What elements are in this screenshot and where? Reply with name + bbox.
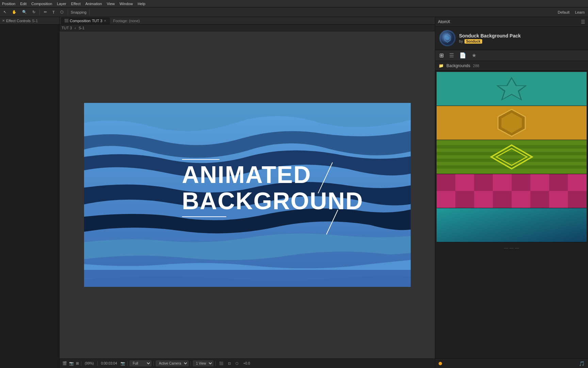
atomx-audio-icon[interactable]: 🎵 xyxy=(579,361,585,366)
plugin-author-prefix: by xyxy=(459,39,463,43)
backgrounds-grid xyxy=(435,71,588,244)
menu-position[interactable]: Position xyxy=(2,2,15,6)
comp-text-line2: BACKGROUND xyxy=(182,188,363,214)
bg-thumb-5[interactable] xyxy=(437,208,587,242)
tool-rotate[interactable]: ↻ xyxy=(31,9,37,15)
comp-text-overlay: ANIMATED BACKGROUND xyxy=(84,159,411,217)
menu-composition[interactable]: Composition xyxy=(31,2,52,6)
tool-hand[interactable]: ✋ xyxy=(11,9,18,15)
atomx-tool-grid[interactable]: ⊞ xyxy=(439,52,444,59)
svg-rect-22 xyxy=(549,174,568,191)
svg-rect-24 xyxy=(493,191,511,208)
svg-rect-25 xyxy=(530,191,549,208)
menu-animation[interactable]: Animation xyxy=(85,2,102,6)
tool-arrow[interactable]: ↖ xyxy=(2,9,8,15)
bg-thumb-4[interactable] xyxy=(437,174,587,208)
viewer-icon-view: 🎬 xyxy=(62,361,67,366)
atomx-tool-file[interactable]: 📄 xyxy=(459,52,466,59)
toolbar-separator-3 xyxy=(89,10,89,15)
plugin-name: Sonduck Background Pack xyxy=(459,33,521,39)
svg-rect-26 xyxy=(568,191,587,208)
backgrounds-section: 📁 Backgrounds 288 xyxy=(435,61,588,358)
comp-text-line1: ANIMATED xyxy=(182,162,311,188)
backgrounds-folder-icon: 📁 xyxy=(439,63,444,68)
atomx-panel: AtomX ☰ Sondu xyxy=(435,17,588,368)
atomx-tool-list[interactable]: ☰ xyxy=(449,52,454,59)
comp-tabs-bar: ⬛ Composition TUT 3 ✕ Footage: (none) xyxy=(60,17,435,25)
plugin-info: Sonduck Background Pack by Sonduck xyxy=(459,33,521,44)
viewer-icon-camera: 📷 xyxy=(69,361,74,366)
bg-thumb-1[interactable] xyxy=(437,72,587,106)
viewer-nav-arrow[interactable]: ‹ xyxy=(75,26,76,30)
viewer-snap-btn[interactable]: ⊡ xyxy=(227,361,232,366)
menu-effect[interactable]: Effect xyxy=(71,2,81,6)
atomx-header: AtomX ☰ xyxy=(435,17,588,27)
svg-rect-23 xyxy=(455,191,474,208)
atomx-title: AtomX xyxy=(438,19,450,24)
svg-rect-1 xyxy=(84,270,411,287)
viewer-quality-select[interactable]: FullHalfQuarter xyxy=(130,361,151,366)
snapping-label: Snapping xyxy=(71,10,87,14)
backgrounds-count: 288 xyxy=(473,64,479,68)
panel-close[interactable]: ✕ xyxy=(2,19,5,22)
effect-controls-panel: ✕ Effect Controls S-1 xyxy=(0,17,60,368)
viewer-icon-grid: ⊞ xyxy=(76,361,79,366)
svg-rect-27 xyxy=(437,208,587,242)
bg-thumb-2[interactable] xyxy=(437,106,587,140)
atomx-menu-icon[interactable]: ☰ xyxy=(581,19,585,25)
tool-pen[interactable]: ✏ xyxy=(43,9,48,15)
menu-view[interactable]: View xyxy=(107,2,115,6)
toolbar-separator-2 xyxy=(68,10,68,15)
composition-viewer[interactable]: ANIMATED BACKGROUND xyxy=(60,31,435,358)
pagination-dots: — — — xyxy=(435,244,588,252)
svg-rect-20 xyxy=(474,174,493,191)
atomx-tool-star[interactable]: ★ xyxy=(472,52,476,59)
learn-label[interactable]: Learn xyxy=(574,10,586,15)
comp-tab-close[interactable]: ✕ xyxy=(104,19,107,22)
menu-layer[interactable]: Layer xyxy=(57,2,66,6)
atomx-bottom-bar: 🎵 xyxy=(435,358,588,368)
backgrounds-header: 📁 Backgrounds 288 xyxy=(435,61,588,71)
svg-point-4 xyxy=(445,36,450,40)
comp-canvas: ANIMATED BACKGROUND xyxy=(84,103,411,287)
effect-controls-title: Effect Controls xyxy=(6,19,31,23)
viewer-expand-btn[interactable]: ⬛ xyxy=(218,361,225,366)
menu-window[interactable]: Window xyxy=(119,2,133,6)
bg-thumb-3[interactable] xyxy=(437,140,587,174)
viewer-controls: 🎬 📷 ⊞ (99%) 0:00:03:04 📷 FullHalfQuarter… xyxy=(60,358,435,368)
default-workspace[interactable]: Default xyxy=(556,10,571,15)
plugin-author-name: Sonduck xyxy=(464,39,482,44)
tool-shape[interactable]: ⬡ xyxy=(59,9,65,15)
viewer-nav-tut3[interactable]: TUT 3 xyxy=(62,26,72,30)
viewer-zoom-display[interactable]: (99%) xyxy=(83,361,95,366)
menu-bar: Position Edit Composition Layer Effect A… xyxy=(0,0,588,7)
composition-tab[interactable]: ⬛ Composition TUT 3 ✕ xyxy=(61,17,110,24)
effect-controls-subtitle: S-1 xyxy=(32,19,38,23)
toolbar: ↖ ✋ 🔍 ↻ ✏ T ⬡ Snapping Default Learn xyxy=(0,7,588,17)
plugin-header: Sonduck Background Pack by Sonduck xyxy=(435,27,588,50)
menu-edit[interactable]: Edit xyxy=(20,2,27,6)
tool-zoom[interactable]: 🔍 xyxy=(21,9,28,15)
toolbar-separator-1 xyxy=(39,10,40,15)
effect-controls-header: ✕ Effect Controls S-1 xyxy=(0,17,59,25)
tool-text[interactable]: T xyxy=(51,10,56,15)
viewer-time-display[interactable]: 0:00:03:04 xyxy=(100,361,118,366)
plugin-logo xyxy=(439,30,456,46)
atomx-toolbar: ⊞ ☰ 📄 ★ xyxy=(435,50,588,61)
backgrounds-label: Backgrounds xyxy=(446,63,470,68)
footage-label: Footage: (none) xyxy=(113,19,140,23)
viewer-camera-icon: 📷 xyxy=(120,361,125,366)
viewer-view-select[interactable]: 1 View xyxy=(193,361,213,366)
viewer-plus-value: +0.0 xyxy=(242,361,251,366)
viewer-nav: TUT 3 ‹ S-1 xyxy=(60,25,435,31)
menu-help[interactable]: Help xyxy=(137,2,145,6)
svg-rect-19 xyxy=(437,174,455,191)
viewer-nav-s1[interactable]: S-1 xyxy=(79,26,84,30)
svg-rect-21 xyxy=(512,174,530,191)
atomx-status-icon xyxy=(439,362,442,365)
viewer-camera-select[interactable]: Active Camera xyxy=(156,361,189,366)
viewer-3d-btn[interactable]: ⬡ xyxy=(234,361,240,366)
